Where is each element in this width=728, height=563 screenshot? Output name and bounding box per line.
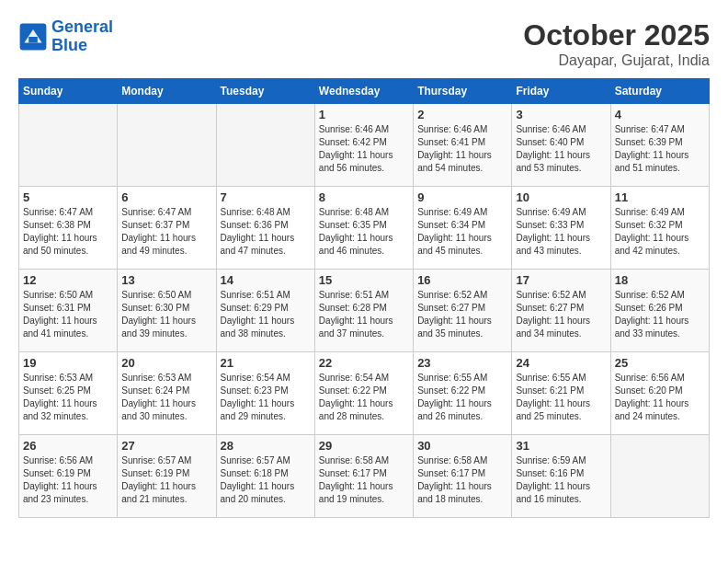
cell-content: Sunrise: 6:51 AM Sunset: 6:28 PM Dayligh… bbox=[319, 289, 409, 340]
cell-content: Sunrise: 6:56 AM Sunset: 6:19 PM Dayligh… bbox=[23, 454, 113, 506]
cell-content: Sunrise: 6:54 AM Sunset: 6:23 PM Dayligh… bbox=[221, 372, 311, 423]
calendar-cell: 17Sunrise: 6:52 AM Sunset: 6:27 PM Dayli… bbox=[512, 270, 610, 352]
calendar-cell: 18Sunrise: 6:52 AM Sunset: 6:26 PM Dayli… bbox=[610, 270, 709, 352]
calendar-cell bbox=[610, 435, 709, 518]
week-row-2: 5Sunrise: 6:47 AM Sunset: 6:38 PM Daylig… bbox=[19, 187, 710, 270]
cell-content: Sunrise: 6:56 AM Sunset: 6:20 PM Dayligh… bbox=[615, 372, 705, 423]
week-row-5: 26Sunrise: 6:56 AM Sunset: 6:19 PM Dayli… bbox=[19, 435, 710, 518]
day-number: 20 bbox=[121, 356, 211, 370]
cell-content: Sunrise: 6:57 AM Sunset: 6:18 PM Dayligh… bbox=[221, 454, 311, 506]
cell-content: Sunrise: 6:50 AM Sunset: 6:30 PM Dayligh… bbox=[121, 289, 211, 340]
cell-content: Sunrise: 6:49 AM Sunset: 6:33 PM Dayligh… bbox=[516, 206, 606, 258]
day-number: 17 bbox=[516, 273, 606, 287]
calendar-cell: 4Sunrise: 6:47 AM Sunset: 6:39 PM Daylig… bbox=[610, 104, 709, 187]
month-title: October 2025 bbox=[523, 18, 710, 52]
day-number: 14 bbox=[221, 273, 311, 287]
week-row-1: 1Sunrise: 6:46 AM Sunset: 6:42 PM Daylig… bbox=[19, 104, 710, 187]
cell-content: Sunrise: 6:50 AM Sunset: 6:31 PM Dayligh… bbox=[23, 289, 113, 340]
calendar-cell: 23Sunrise: 6:55 AM Sunset: 6:22 PM Dayli… bbox=[414, 352, 512, 435]
cell-content: Sunrise: 6:48 AM Sunset: 6:36 PM Dayligh… bbox=[221, 206, 311, 258]
cell-content: Sunrise: 6:54 AM Sunset: 6:22 PM Dayligh… bbox=[319, 372, 409, 423]
days-of-week-row: SundayMondayTuesdayWednesdayThursdayFrid… bbox=[19, 79, 710, 104]
week-row-4: 19Sunrise: 6:53 AM Sunset: 6:25 PM Dayli… bbox=[19, 352, 710, 435]
svg-rect-2 bbox=[28, 37, 38, 42]
logo: General Blue bbox=[18, 18, 113, 55]
day-number: 28 bbox=[221, 439, 311, 453]
calendar-cell: 13Sunrise: 6:50 AM Sunset: 6:30 PM Dayli… bbox=[118, 270, 216, 352]
day-number: 1 bbox=[319, 108, 409, 121]
calendar-body: 1Sunrise: 6:46 AM Sunset: 6:42 PM Daylig… bbox=[19, 104, 710, 518]
day-number: 24 bbox=[516, 356, 606, 370]
calendar-cell: 3Sunrise: 6:46 AM Sunset: 6:40 PM Daylig… bbox=[512, 104, 610, 187]
calendar-cell: 21Sunrise: 6:54 AM Sunset: 6:23 PM Dayli… bbox=[216, 352, 314, 435]
day-number: 30 bbox=[417, 439, 507, 453]
day-number: 11 bbox=[615, 190, 705, 204]
day-number: 5 bbox=[23, 190, 113, 204]
day-of-week-sunday: Sunday bbox=[19, 79, 118, 104]
day-number: 7 bbox=[221, 190, 311, 204]
day-of-week-thursday: Thursday bbox=[414, 79, 512, 104]
day-of-week-tuesday: Tuesday bbox=[216, 79, 314, 104]
title-block: October 2025 Dayapar, Gujarat, India bbox=[523, 18, 710, 69]
day-of-week-friday: Friday bbox=[512, 79, 610, 104]
cell-content: Sunrise: 6:46 AM Sunset: 6:42 PM Dayligh… bbox=[319, 123, 409, 175]
calendar-cell: 1Sunrise: 6:46 AM Sunset: 6:42 PM Daylig… bbox=[314, 104, 413, 187]
day-number: 18 bbox=[615, 273, 705, 287]
day-number: 16 bbox=[417, 273, 507, 287]
cell-content: Sunrise: 6:49 AM Sunset: 6:34 PM Dayligh… bbox=[417, 206, 507, 258]
calendar-cell bbox=[19, 104, 118, 187]
day-of-week-wednesday: Wednesday bbox=[314, 79, 413, 104]
day-number: 22 bbox=[319, 356, 409, 370]
day-number: 27 bbox=[121, 439, 211, 453]
day-number: 23 bbox=[417, 356, 507, 370]
day-number: 15 bbox=[319, 273, 409, 287]
calendar-cell: 9Sunrise: 6:49 AM Sunset: 6:34 PM Daylig… bbox=[414, 187, 512, 270]
calendar-cell: 16Sunrise: 6:52 AM Sunset: 6:27 PM Dayli… bbox=[414, 270, 512, 352]
calendar-cell bbox=[118, 104, 216, 187]
calendar-cell: 29Sunrise: 6:58 AM Sunset: 6:17 PM Dayli… bbox=[314, 435, 413, 518]
calendar-cell: 11Sunrise: 6:49 AM Sunset: 6:32 PM Dayli… bbox=[610, 187, 709, 270]
calendar-table: SundayMondayTuesdayWednesdayThursdayFrid… bbox=[18, 78, 710, 518]
day-number: 6 bbox=[121, 190, 211, 204]
day-number: 29 bbox=[319, 439, 409, 453]
cell-content: Sunrise: 6:58 AM Sunset: 6:17 PM Dayligh… bbox=[417, 454, 507, 506]
cell-content: Sunrise: 6:55 AM Sunset: 6:21 PM Dayligh… bbox=[516, 372, 606, 423]
cell-content: Sunrise: 6:58 AM Sunset: 6:17 PM Dayligh… bbox=[319, 454, 409, 506]
logo-line2: Blue bbox=[51, 36, 87, 54]
calendar-cell: 28Sunrise: 6:57 AM Sunset: 6:18 PM Dayli… bbox=[216, 435, 314, 518]
cell-content: Sunrise: 6:53 AM Sunset: 6:25 PM Dayligh… bbox=[23, 372, 113, 423]
cell-content: Sunrise: 6:46 AM Sunset: 6:40 PM Dayligh… bbox=[516, 123, 606, 175]
calendar-cell: 19Sunrise: 6:53 AM Sunset: 6:25 PM Dayli… bbox=[19, 352, 118, 435]
day-number: 21 bbox=[221, 356, 311, 370]
cell-content: Sunrise: 6:53 AM Sunset: 6:24 PM Dayligh… bbox=[121, 372, 211, 423]
calendar-cell: 27Sunrise: 6:57 AM Sunset: 6:19 PM Dayli… bbox=[118, 435, 216, 518]
calendar-cell: 24Sunrise: 6:55 AM Sunset: 6:21 PM Dayli… bbox=[512, 352, 610, 435]
day-number: 3 bbox=[516, 108, 606, 121]
calendar-cell bbox=[216, 104, 314, 187]
day-of-week-monday: Monday bbox=[118, 79, 216, 104]
calendar-cell: 30Sunrise: 6:58 AM Sunset: 6:17 PM Dayli… bbox=[414, 435, 512, 518]
calendar-cell: 20Sunrise: 6:53 AM Sunset: 6:24 PM Dayli… bbox=[118, 352, 216, 435]
calendar-cell: 2Sunrise: 6:46 AM Sunset: 6:41 PM Daylig… bbox=[414, 104, 512, 187]
calendar-cell: 14Sunrise: 6:51 AM Sunset: 6:29 PM Dayli… bbox=[216, 270, 314, 352]
day-number: 8 bbox=[319, 190, 409, 204]
cell-content: Sunrise: 6:59 AM Sunset: 6:16 PM Dayligh… bbox=[516, 454, 606, 506]
calendar-header: SundayMondayTuesdayWednesdayThursdayFrid… bbox=[19, 79, 710, 104]
calendar-cell: 12Sunrise: 6:50 AM Sunset: 6:31 PM Dayli… bbox=[19, 270, 118, 352]
calendar-cell: 25Sunrise: 6:56 AM Sunset: 6:20 PM Dayli… bbox=[610, 352, 709, 435]
calendar-cell: 31Sunrise: 6:59 AM Sunset: 6:16 PM Dayli… bbox=[512, 435, 610, 518]
cell-content: Sunrise: 6:48 AM Sunset: 6:35 PM Dayligh… bbox=[319, 206, 409, 258]
cell-content: Sunrise: 6:49 AM Sunset: 6:32 PM Dayligh… bbox=[615, 206, 705, 258]
calendar-cell: 26Sunrise: 6:56 AM Sunset: 6:19 PM Dayli… bbox=[19, 435, 118, 518]
day-number: 12 bbox=[23, 273, 113, 287]
calendar-cell: 6Sunrise: 6:47 AM Sunset: 6:37 PM Daylig… bbox=[118, 187, 216, 270]
cell-content: Sunrise: 6:47 AM Sunset: 6:37 PM Dayligh… bbox=[121, 206, 211, 258]
cell-content: Sunrise: 6:55 AM Sunset: 6:22 PM Dayligh… bbox=[417, 372, 507, 423]
location-subtitle: Dayapar, Gujarat, India bbox=[523, 52, 710, 69]
cell-content: Sunrise: 6:52 AM Sunset: 6:27 PM Dayligh… bbox=[516, 289, 606, 340]
page-header: General Blue October 2025 Dayapar, Gujar… bbox=[18, 18, 710, 69]
day-number: 19 bbox=[23, 356, 113, 370]
calendar-cell: 15Sunrise: 6:51 AM Sunset: 6:28 PM Dayli… bbox=[314, 270, 413, 352]
logo-line1: General bbox=[51, 17, 113, 36]
calendar-cell: 5Sunrise: 6:47 AM Sunset: 6:38 PM Daylig… bbox=[19, 187, 118, 270]
